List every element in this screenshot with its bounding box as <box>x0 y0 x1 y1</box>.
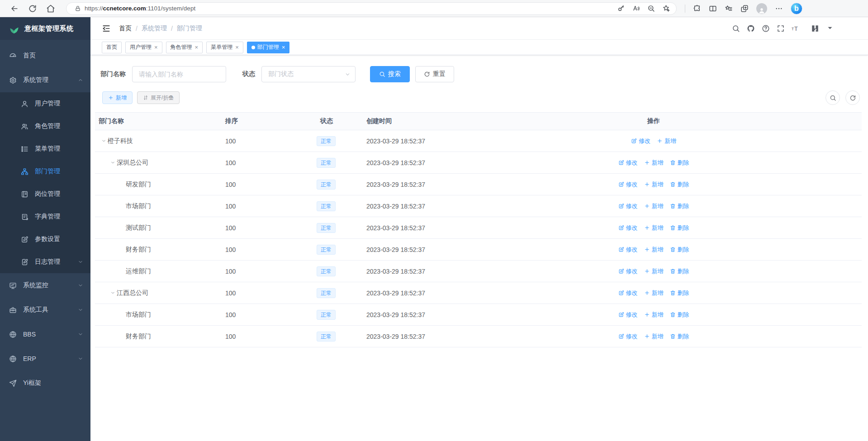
add-action-link[interactable]: 新增 <box>644 289 664 297</box>
search-button[interactable]: 搜索 <box>370 66 410 82</box>
hamburger-icon[interactable] <box>102 24 111 33</box>
add-action-link[interactable]: 新增 <box>644 332 664 341</box>
sidebar-item-14[interactable]: Yi框架 <box>0 371 90 395</box>
delete-action-link[interactable]: 删除 <box>670 246 689 254</box>
close-icon[interactable]: × <box>195 44 199 50</box>
more-menu-icon[interactable] <box>775 5 783 13</box>
status-select[interactable]: 部门状态 <box>261 66 356 82</box>
fullscreen-icon[interactable] <box>777 24 785 33</box>
sidebar-item-2[interactable]: 用户管理 <box>0 92 90 115</box>
sidebar-item-13[interactable]: ERP <box>0 346 90 371</box>
add-action-link[interactable]: 新增 <box>644 267 664 275</box>
table-row: 橙子科技 100 正常 2023-03-29 18:52:37 修改新增 <box>95 130 862 152</box>
app-logo[interactable]: 意框架管理系统 <box>0 17 90 40</box>
favorites-icon[interactable] <box>725 5 733 13</box>
key-icon[interactable] <box>617 5 625 12</box>
app-title: 意框架管理系统 <box>24 24 74 33</box>
tree-expand-icon[interactable] <box>109 159 117 167</box>
close-icon[interactable]: × <box>154 44 158 50</box>
home-icon[interactable] <box>46 4 55 13</box>
edit-action-link[interactable]: 修改 <box>618 202 638 210</box>
add-action-link[interactable]: 新增 <box>644 180 664 189</box>
delete-action-link[interactable]: 删除 <box>670 311 689 319</box>
dept-name-cell: 深圳总公司 <box>95 159 222 167</box>
avatar[interactable] <box>811 24 819 33</box>
tab-1[interactable]: 用户管理 × <box>125 42 162 53</box>
back-icon[interactable] <box>10 4 19 13</box>
github-icon[interactable] <box>747 24 755 33</box>
delete-action-link[interactable]: 删除 <box>670 180 689 189</box>
dept-name-input[interactable] <box>132 66 226 82</box>
browser-profile-avatar[interactable] <box>756 3 767 14</box>
delete-action-link[interactable]: 删除 <box>670 202 689 210</box>
tab-2[interactable]: 角色管理 × <box>166 42 203 53</box>
sidebar-item-6[interactable]: 岗位管理 <box>0 183 90 205</box>
sidebar-item-1[interactable]: 系统管理 <box>0 68 90 92</box>
sidebar-item-12[interactable]: BBS <box>0 322 90 346</box>
edit-action-link[interactable]: 修改 <box>618 246 638 254</box>
sidebar-item-3[interactable]: 角色管理 <box>0 115 90 138</box>
sidebar-item-4[interactable]: 菜单管理 <box>0 138 90 160</box>
edit-action-link[interactable]: 修改 <box>618 159 638 167</box>
extensions-icon[interactable] <box>693 5 701 13</box>
delete-action-link[interactable]: 删除 <box>670 159 689 167</box>
collections-icon[interactable] <box>740 5 749 13</box>
edit-action-link[interactable]: 修改 <box>618 224 638 232</box>
close-icon[interactable]: × <box>282 44 285 50</box>
edit-action-link[interactable]: 修改 <box>618 267 638 275</box>
read-aloud-icon[interactable] <box>632 5 640 12</box>
caret-down-icon[interactable] <box>826 24 834 32</box>
delete-action-link[interactable]: 删除 <box>670 289 689 297</box>
tab-0[interactable]: 首页 × <box>102 42 122 53</box>
show-search-button[interactable] <box>825 90 840 105</box>
star-plus-icon[interactable] <box>662 5 670 12</box>
add-action-link[interactable]: 新增 <box>644 224 664 232</box>
split-screen-icon[interactable] <box>709 5 717 13</box>
add-action-link[interactable]: 新增 <box>657 137 676 145</box>
col-created: 创建时间 <box>362 117 525 125</box>
zoom-out-icon[interactable] <box>647 5 655 12</box>
delete-action-link[interactable]: 删除 <box>670 267 689 275</box>
refresh-icon[interactable] <box>28 4 37 13</box>
add-action-link[interactable]: 新增 <box>644 246 664 254</box>
question-icon[interactable] <box>762 24 770 33</box>
reset-button[interactable]: 重置 <box>415 66 454 82</box>
close-icon[interactable]: × <box>235 44 239 50</box>
add-button[interactable]: 新增 <box>102 91 133 104</box>
sidebar-item-label: 系统监控 <box>23 281 78 289</box>
bing-icon[interactable]: b <box>791 3 802 14</box>
add-action-link[interactable]: 新增 <box>644 202 664 210</box>
sidebar-item-10[interactable]: 系统监控 <box>0 273 90 298</box>
edit-action-link[interactable]: 修改 <box>631 137 650 145</box>
dept-created: 2023-03-29 18:52:37 <box>362 159 525 166</box>
url-text[interactable]: https://ccnetcore.com:1101/system/dept <box>85 5 617 12</box>
add-action-link[interactable]: 新增 <box>644 311 664 319</box>
tree-expand-icon[interactable] <box>100 137 108 145</box>
text-size-icon[interactable]: TT <box>792 24 800 33</box>
sidebar-item-5[interactable]: 部门管理 <box>0 160 90 183</box>
sidebar-item-7[interactable]: 字典管理 <box>0 205 90 228</box>
sidebar-item-9[interactable]: 日志管理 <box>0 251 90 273</box>
refresh-table-button[interactable] <box>845 90 860 105</box>
address-bar[interactable]: https://ccnetcore.com:1101/system/dept <box>66 2 677 15</box>
edit-action-link[interactable]: 修改 <box>618 311 638 319</box>
breadcrumb-home[interactable]: 首页 <box>119 24 132 33</box>
delete-action-link[interactable]: 删除 <box>670 332 689 341</box>
tree-expand-icon[interactable] <box>109 289 117 297</box>
delete-action-link[interactable]: 删除 <box>670 224 689 232</box>
edit-action-link[interactable]: 修改 <box>618 289 638 297</box>
edit-action-link[interactable]: 修改 <box>618 332 638 341</box>
add-action-link[interactable]: 新增 <box>644 159 664 167</box>
edit-action-link[interactable]: 修改 <box>618 180 638 189</box>
lock-icon[interactable] <box>75 5 81 12</box>
sidebar-item-label: 系统工具 <box>23 306 78 314</box>
search-icon[interactable] <box>732 24 740 33</box>
expand-collapse-button[interactable]: 展开/折叠 <box>137 91 180 104</box>
edit-icon <box>618 333 624 339</box>
tab-3[interactable]: 菜单管理 × <box>206 42 243 53</box>
sidebar-item-8[interactable]: 参数设置 <box>0 228 90 251</box>
sidebar-item-11[interactable]: 系统工具 <box>0 298 90 322</box>
sidebar-item-0[interactable]: 首页 <box>0 43 90 68</box>
tab-4[interactable]: 部门管理 × <box>247 42 290 53</box>
dept-name-cell: 测试部门 <box>95 224 222 232</box>
